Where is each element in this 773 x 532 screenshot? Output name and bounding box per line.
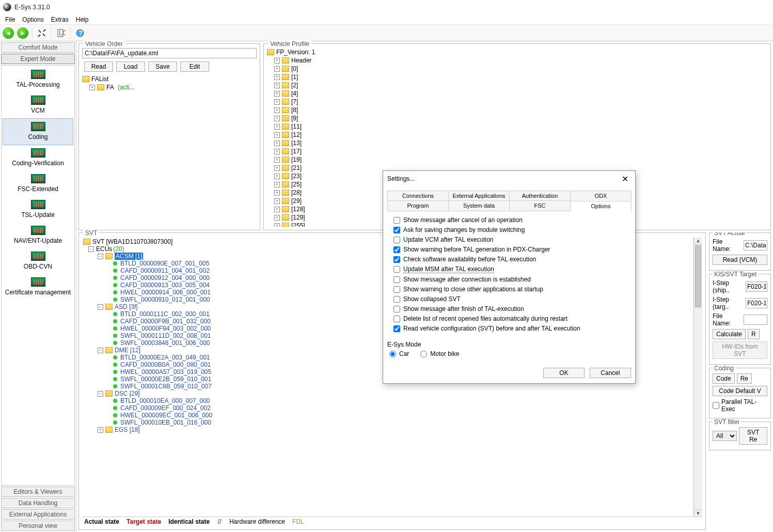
sidebar-item-certificate-management[interactable]: Certificate management — [3, 274, 73, 300]
tree-node[interactable]: [12] — [291, 131, 302, 139]
tree-node[interactable]: EGS [18] — [115, 426, 140, 433]
calculate-button[interactable]: Calculate — [713, 329, 746, 339]
kis-filename-input[interactable] — [744, 315, 767, 325]
tree-node[interactable]: [1] — [291, 73, 298, 81]
expand-icon[interactable]: + — [98, 427, 103, 433]
collapse-icon[interactable]: − — [98, 304, 103, 310]
tree-leaf[interactable]: CAFD_00000911_004_001_002 — [120, 267, 210, 274]
expand-icon[interactable]: + — [274, 198, 280, 204]
expand-icon[interactable]: + — [274, 182, 280, 187]
expand-icon[interactable]: + — [274, 132, 280, 138]
tree-node[interactable]: FAList — [91, 75, 108, 83]
filter-select[interactable]: All — [713, 431, 737, 441]
tree-node[interactable]: [21] — [291, 164, 302, 172]
menu-extras[interactable]: Extras — [48, 15, 72, 24]
istep-ship-input[interactable] — [746, 281, 767, 292]
expand-icon[interactable]: + — [274, 165, 280, 171]
sidebar-item-tal-processing[interactable]: TAL-Processing — [3, 67, 73, 92]
tree-node[interactable]: DSC [29] — [115, 390, 140, 397]
tree-node[interactable]: [255] — [291, 222, 305, 227]
option-checkbox[interactable] — [393, 316, 400, 322]
sidebar-item-coding-verification[interactable]: Coding-Verification — [3, 145, 73, 171]
forward-button[interactable]: ► — [17, 27, 29, 39]
tree-node[interactable]: ECUs — [96, 245, 112, 253]
tree-node[interactable]: [28] — [291, 189, 302, 197]
scroll-down-icon[interactable]: ▼ — [694, 509, 702, 517]
radio-car-input[interactable] — [389, 351, 396, 357]
tree-node[interactable]: [13] — [291, 139, 302, 147]
option-checkbox[interactable] — [393, 325, 400, 332]
sidebar-item-nav-ent-update[interactable]: NAV/ENT-Update — [3, 223, 73, 248]
tree-leaf[interactable]: HWEL_00000A57_003_019_005 — [120, 368, 211, 375]
option-checkbox[interactable] — [393, 276, 400, 283]
tree-node[interactable]: ASD [3f] — [115, 303, 138, 310]
tree-leaf[interactable]: CAFD_000009EF_000_024_002 — [120, 404, 211, 412]
connect-button[interactable] — [36, 27, 48, 39]
r-button[interactable]: R — [748, 329, 760, 339]
back-button[interactable]: ◄ — [2, 27, 14, 39]
tree-leaf[interactable]: CAFD_00000912_004_000_000 — [120, 274, 210, 281]
expand-icon[interactable]: + — [274, 157, 280, 163]
load-button[interactable]: Load — [116, 61, 145, 72]
tree-leaf[interactable]: SWFL_00000E2B_059_010_001 — [120, 375, 211, 383]
help-button[interactable]: ? — [74, 27, 86, 39]
option-checkbox[interactable] — [393, 256, 400, 263]
tree-node[interactable]: [129] — [291, 213, 305, 222]
menu-help[interactable]: Help — [73, 15, 92, 24]
sidebar-section-external-applications[interactable]: External Applications — [1, 509, 75, 520]
tree-leaf[interactable]: HWEL_00000914_006_000_001 — [120, 289, 211, 296]
re-button[interactable]: Re — [737, 373, 752, 384]
ok-button[interactable]: OK — [543, 368, 585, 378]
tree-leaf[interactable]: BTLD_000010EA_000_007_000 — [120, 397, 210, 404]
tree-node[interactable]: DME [12] — [115, 347, 140, 354]
option-checkbox[interactable] — [393, 246, 400, 253]
parallel-tal-checkbox[interactable] — [713, 400, 719, 411]
radio-bike[interactable]: Motor bike — [420, 350, 459, 357]
expand-icon[interactable]: + — [274, 140, 280, 146]
tab-authentication[interactable]: Authentication — [509, 191, 571, 200]
expand-icon[interactable]: + — [274, 207, 280, 212]
tree-node[interactable]: [25] — [291, 180, 302, 189]
option-checkbox[interactable] — [393, 306, 400, 312]
cancel-button[interactable]: Cancel — [590, 368, 631, 378]
expand-icon[interactable]: + — [274, 116, 280, 121]
tree-leaf[interactable]: BTLD_0000111C_002_000_001 — [120, 310, 210, 318]
option-checkbox[interactable] — [393, 217, 400, 224]
tree-leaf[interactable]: CAFD_00000F9B_001_032_000 — [120, 318, 211, 325]
tree-leaf[interactable]: SWFL_00001C8B_059_010_007 — [120, 383, 212, 390]
tree-node[interactable]: SVT [WBA1D11070J807300] — [92, 238, 172, 245]
option-checkbox[interactable] — [393, 296, 400, 303]
save-button[interactable]: Save — [148, 61, 177, 72]
collapse-icon[interactable]: − — [88, 246, 94, 252]
option-checkbox[interactable] — [393, 227, 400, 233]
tree-leaf[interactable]: SWFL_00000910_012_001_000 — [120, 296, 210, 303]
tree-node[interactable]: [7] — [291, 98, 298, 106]
sidebar-item-fsc-extended[interactable]: FSC-Extended — [3, 171, 73, 197]
read-vcm-button[interactable]: Read (VCM) — [713, 255, 767, 265]
sidebar-item-coding[interactable]: Coding — [3, 118, 73, 145]
radio-car[interactable]: Car — [389, 350, 409, 357]
expand-icon[interactable]: + — [274, 174, 280, 179]
sidebar-item-tsl-update[interactable]: TSL-Update — [3, 197, 73, 223]
code-default-button[interactable]: Code Default V — [713, 386, 767, 396]
close-icon[interactable]: ✕ — [619, 173, 631, 185]
tree-node[interactable]: Header — [291, 56, 311, 65]
expand-icon[interactable]: + — [274, 124, 280, 130]
expand-icon[interactable]: + — [274, 107, 280, 113]
expand-icon[interactable]: + — [274, 74, 280, 80]
expand-icon[interactable]: + — [274, 149, 280, 154]
tree-leaf[interactable]: HWEL_00000F94_003_002_000 — [120, 325, 211, 332]
tree-node[interactable]: [9] — [291, 114, 298, 122]
tree-leaf[interactable]: BTLD_00000E2A_003_049_001 — [120, 354, 210, 361]
tree-leaf[interactable]: SWFL_0000111D_002_008_001 — [120, 332, 211, 339]
tree-node[interactable]: FP_Version: 1 — [276, 48, 315, 56]
sidebar-item-obd-cvn[interactable]: OBD-CVN — [3, 248, 73, 274]
collapse-icon[interactable]: − — [98, 391, 103, 397]
tree-leaf[interactable]: CAFD_00000B0A_000_080_001 — [120, 361, 211, 368]
log-button[interactable]: LOG — [55, 27, 67, 39]
expand-icon[interactable]: + — [274, 99, 280, 105]
sidebar-section-editors-viewers[interactable]: Editors & Viewers — [1, 487, 75, 497]
tree-node[interactable]: [0] — [291, 65, 298, 73]
tree-leaf[interactable]: CAFD_00000913_003_005_004 — [120, 281, 210, 289]
tree-node[interactable]: [23] — [291, 172, 302, 180]
